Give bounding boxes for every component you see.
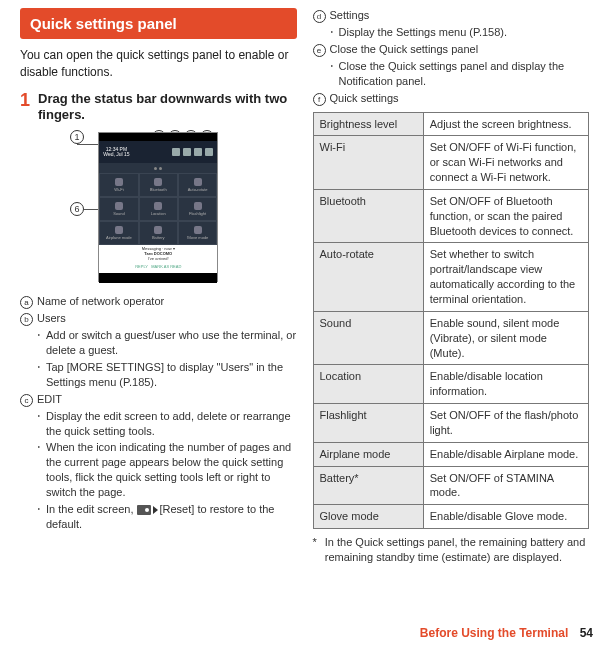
sub-item: ･Display the Settings menu (P.158). (329, 25, 590, 40)
table-label: Battery* (313, 466, 423, 505)
table-desc: Set whether to switch portrait/landscape… (423, 243, 588, 311)
table-label: Airplane mode (313, 442, 423, 466)
sub-item: ･In the edit screen, [Reset] to restore … (36, 502, 297, 532)
table-row: Auto-rotateSet whether to switch portrai… (313, 243, 589, 311)
list-item-3: c EDIT (20, 392, 297, 407)
arrow-icon (153, 506, 158, 514)
table-row: FlashlightSet ON/OFF of the flash/photo … (313, 404, 589, 443)
table-label: Brightness level (313, 112, 423, 136)
sub-item: ･Tap [MORE SETTINGS] to display "Users" … (36, 360, 297, 390)
table-desc: Set ON/OFF of the flash/photo light. (423, 404, 588, 443)
menu-key-icon (137, 505, 151, 515)
table-row: Wi-FiSet ON/OFF of Wi-Fi function, or sc… (313, 136, 589, 190)
phone-screenshot: 12:34 PM Wed, Jul 15 Wi-Fi Bluetooth Aut… (98, 132, 218, 282)
table-label: Sound (313, 311, 423, 365)
list-item-4: d Settings (313, 8, 590, 23)
ss-date: Wed, Jul 15 (103, 152, 129, 158)
notif-mark: MARK AS READ (151, 264, 181, 269)
notif-reply: REPLY (135, 264, 148, 269)
callout-1: 1 (70, 130, 84, 144)
users-icon (172, 148, 180, 156)
settings-table: Brightness levelAdjust the screen bright… (313, 112, 590, 530)
table-row: Glove modeEnable/disable Glove mode. (313, 505, 589, 529)
table-desc: Enable/disable location information. (423, 365, 588, 404)
step-instruction: Drag the status bar downwards with two f… (38, 91, 296, 125)
screenshot-diagram: 1 2 3 4 5 6 12:34 PM Wed, Jul 15 (20, 132, 297, 282)
table-row: SoundEnable sound, silent mode (Vibrate)… (313, 311, 589, 365)
sub-item: ･Display the edit screen to add, delete … (36, 409, 297, 439)
ss-header-icons (172, 148, 213, 156)
footer-page: 54 (580, 626, 593, 640)
list-item-2: b Users (20, 311, 297, 326)
table-row: Battery*Set ON/OFF of STAMINA mode. (313, 466, 589, 505)
table-label: Glove mode (313, 505, 423, 529)
notif-body: I've arrived! (102, 257, 214, 262)
close-icon (205, 148, 213, 156)
settings-icon (194, 148, 202, 156)
table-row: Airplane modeEnable/disable Airplane mod… (313, 442, 589, 466)
sub-item: ･Close the Quick settings panel and disp… (329, 59, 590, 89)
table-desc: Set ON/OFF of Wi-Fi function, or scan Wi… (423, 136, 588, 190)
section-heading: Quick settings panel (20, 8, 297, 39)
table-desc: Set ON/OFF of STAMINA mode. (423, 466, 588, 505)
sub-item: ･When the icon indicating the number of … (36, 440, 297, 499)
footnote: * In the Quick settings panel, the remai… (313, 535, 590, 565)
edit-icon (183, 148, 191, 156)
table-row: BluetoothSet ON/OFF of Bluetooth functio… (313, 189, 589, 243)
table-row: LocationEnable/disable location informat… (313, 365, 589, 404)
table-label: Wi-Fi (313, 136, 423, 190)
table-label: Bluetooth (313, 189, 423, 243)
intro-text: You can open the quick settings panel to… (20, 47, 297, 81)
step-1: 1 Drag the status bar downwards with two… (20, 91, 297, 125)
table-row: Brightness levelAdjust the screen bright… (313, 112, 589, 136)
table-desc: Set ON/OFF of Bluetooth function, or sca… (423, 189, 588, 243)
table-desc: Adjust the screen brightness. (423, 112, 588, 136)
table-label: Location (313, 365, 423, 404)
footer-section: Before Using the Terminal (420, 626, 568, 640)
step-number: 1 (20, 91, 30, 125)
page-footer: Before Using the Terminal 54 (420, 626, 593, 640)
callout-6: 6 (70, 202, 84, 216)
table-desc: Enable sound, silent mode (Vibrate), or … (423, 311, 588, 365)
table-label: Flashlight (313, 404, 423, 443)
table-desc: Enable/disable Glove mode. (423, 505, 588, 529)
list-item-1: a Name of network operator (20, 294, 297, 309)
table-desc: Enable/disable Airplane mode. (423, 442, 588, 466)
list-item-6: f Quick settings (313, 91, 590, 106)
table-label: Auto-rotate (313, 243, 423, 311)
sub-item: ･Add or switch a guest/user who use the … (36, 328, 297, 358)
list-item-5: e Close the Quick settings panel (313, 42, 590, 57)
